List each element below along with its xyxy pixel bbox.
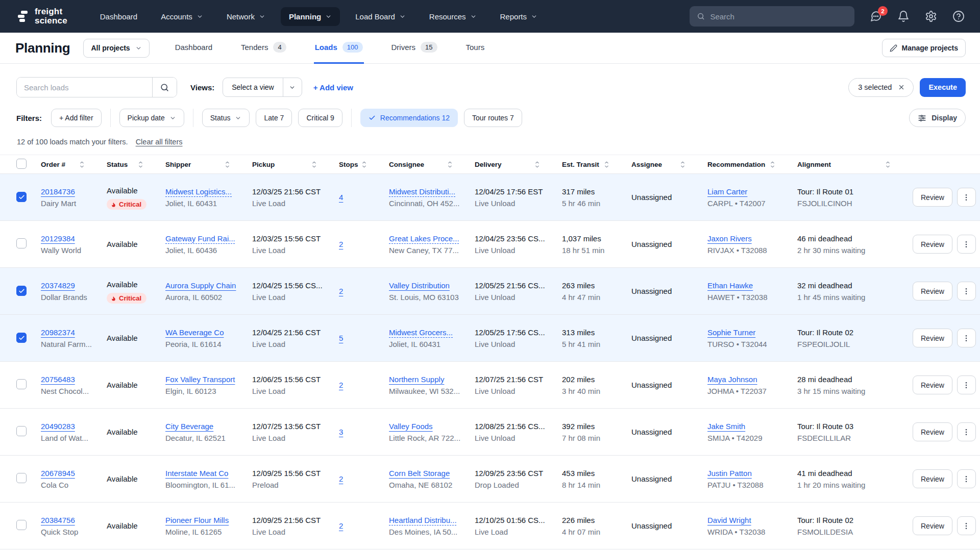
stops-link[interactable]: 5 [339,334,343,342]
sort-icon[interactable] [79,161,85,168]
tab-tenders[interactable]: Tenders4 [240,33,287,64]
nav-item-network[interactable]: Network [218,7,274,26]
sort-icon[interactable] [361,161,368,168]
filter-chip-status[interactable]: Status [202,109,250,127]
shipper-link[interactable]: Interstate Meat Co [165,469,228,478]
messages-button[interactable]: 2 [870,10,882,22]
tab-tours[interactable]: Tours [465,33,486,64]
column-header-alignment[interactable]: Alignment [797,155,913,174]
filter-chip-late-7[interactable]: Late 7 [256,109,292,127]
shipper-link[interactable]: Aurora Supply Chain [165,281,236,290]
order-number-link[interactable]: 20184736 [41,187,75,196]
view-selector-button[interactable]: Select a view [223,78,282,96]
execute-button[interactable]: Execute [920,78,966,97]
row-checkbox[interactable] [16,426,27,436]
row-checkbox[interactable] [16,333,27,343]
stops-link[interactable]: 2 [339,381,343,389]
shipper-link[interactable]: City Beverage [165,422,213,431]
sort-icon[interactable] [679,161,686,168]
consignee-link[interactable]: Northern Supply [389,375,444,384]
row-checkbox[interactable] [16,520,27,530]
recommended-driver-link[interactable]: Liam Carter [707,187,747,196]
sort-icon[interactable] [885,161,891,168]
recommended-driver-link[interactable]: Maya Johnson [707,375,757,384]
order-number-link[interactable]: 20678945 [41,469,75,478]
column-header-pickup[interactable]: Pickup [252,155,339,174]
recommended-driver-link[interactable]: Justin Patton [707,469,752,478]
search-loads-button[interactable] [152,78,177,97]
sort-icon[interactable] [534,161,541,168]
consignee-link[interactable]: Midwest Distributi... [389,187,455,196]
order-number-link[interactable]: 20490283 [41,422,75,431]
recommended-driver-link[interactable]: Sophie Turner [707,328,755,337]
order-number-link[interactable]: 20374829 [41,281,75,290]
row-menu-button[interactable] [957,375,976,394]
sort-icon[interactable] [769,161,776,168]
stops-link[interactable]: 4 [339,193,343,202]
tab-dashboard[interactable]: Dashboard [174,33,213,64]
row-checkbox[interactable] [16,379,27,389]
review-button[interactable]: Review [913,329,952,347]
review-button[interactable]: Review [913,235,952,254]
consignee-link[interactable]: Valley Foods [389,422,433,431]
review-button[interactable]: Review [913,375,952,394]
row-menu-button[interactable] [957,516,976,535]
filter-chip-pickup-date[interactable]: Pickup date [119,109,184,127]
help-button[interactable] [952,10,965,22]
filter-chip-recommendations-12[interactable]: Recommendations 12 [360,109,458,127]
order-number-link[interactable]: 20756483 [41,375,75,384]
global-search[interactable] [690,6,854,27]
review-button[interactable]: Review [913,516,952,535]
shipper-link[interactable]: Gateway Fund Rai... [165,234,235,243]
review-button[interactable]: Review [913,188,952,207]
review-button[interactable]: Review [913,282,952,300]
filter-chip-tour-routes-7[interactable]: Tour routes 7 [464,109,522,127]
settings-button[interactable] [925,10,937,22]
sort-icon[interactable] [603,161,610,168]
filter-chip-critical-9[interactable]: Critical 9 [298,109,342,127]
recommended-driver-link[interactable]: Jake Smith [707,422,745,431]
consignee-link[interactable]: Midwest Grocers... [389,328,453,337]
nav-item-resources[interactable]: Resources [421,7,485,26]
row-checkbox[interactable] [16,192,27,202]
select-all-checkbox[interactable] [16,159,27,169]
nav-item-load-board[interactable]: Load Board [347,7,414,26]
add-view-link[interactable]: + Add view [313,83,353,92]
shipper-link[interactable]: Midwest Logistics... [165,187,232,196]
global-search-input[interactable] [710,12,847,21]
nav-item-accounts[interactable]: Accounts [153,7,211,26]
row-checkbox[interactable] [16,286,27,296]
tab-drivers[interactable]: Drivers15 [390,33,438,64]
view-selector-chevron[interactable] [283,78,302,96]
review-button[interactable]: Review [913,422,952,441]
review-button[interactable]: Review [913,469,952,488]
column-header-recommendation[interactable]: Recommendation [707,155,797,174]
add-filter-button[interactable]: + Add filter [51,109,102,127]
tab-loads[interactable]: Loads100 [314,33,364,64]
column-header-order[interactable]: Order # [41,155,107,174]
stops-link[interactable]: 2 [339,474,343,483]
display-button[interactable]: Display [909,109,966,127]
stops-link[interactable]: 2 [339,240,343,248]
nav-item-planning[interactable]: Planning [281,7,340,26]
selection-pill[interactable]: 3 selected [848,78,914,97]
clear-filters-link[interactable]: Clear all filters [136,138,183,146]
row-menu-button[interactable] [957,188,976,207]
close-icon[interactable] [898,84,905,91]
shipper-link[interactable]: Pioneer Flour Mills [165,516,229,524]
sort-icon[interactable] [311,161,317,168]
manage-projects-button[interactable]: Manage projects [882,39,966,57]
column-header-assignee[interactable]: Assignee [631,155,707,174]
row-checkbox[interactable] [16,473,27,483]
column-header-est-transit[interactable]: Est. Transit [562,155,631,174]
consignee-link[interactable]: Heartland Distribu... [389,516,457,524]
column-header-stops[interactable]: Stops [339,155,389,174]
brand-logo[interactable]: freight science [15,7,67,26]
row-menu-button[interactable] [957,235,976,254]
consignee-link[interactable]: Corn Belt Storage [389,469,450,478]
row-menu-button[interactable] [957,469,976,488]
row-checkbox[interactable] [16,238,27,248]
column-header-consignee[interactable]: Consignee [389,155,475,174]
consignee-link[interactable]: Great Lakes Proce... [389,234,459,243]
stops-link[interactable]: 3 [339,428,343,436]
